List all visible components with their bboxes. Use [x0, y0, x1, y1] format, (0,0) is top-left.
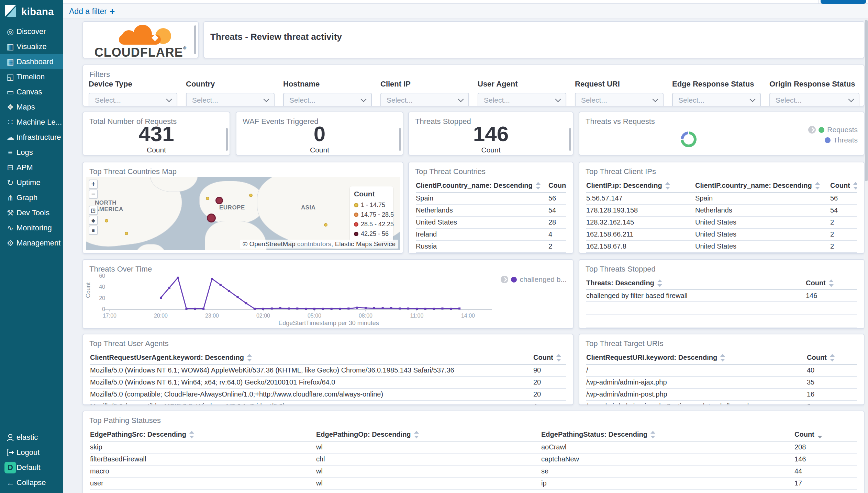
- column-header[interactable]: EdgePathingStatus: Descending: [541, 431, 794, 439]
- map-bubble-us-west[interactable]: [105, 219, 108, 222]
- landmass-south-america: [134, 244, 167, 250]
- column-header[interactable]: ClientIP.country_name: Descending: [695, 182, 830, 190]
- line-chart-legend: challenged b...: [501, 275, 567, 284]
- crop-tool-button[interactable]: ◳: [89, 206, 98, 215]
- table-empty-row: [586, 302, 857, 315]
- map-bubble-russia[interactable]: [249, 194, 253, 197]
- sidebar-item-dev-tools[interactable]: ⚒Dev Tools: [0, 205, 63, 220]
- scrollbar-thumb[interactable]: [865, 20, 868, 181]
- update-button-fragment[interactable]: [821, 0, 866, 4]
- legend-dot: [354, 203, 358, 207]
- legend-item-requests[interactable]: Requests: [808, 125, 858, 134]
- zoom-in-button[interactable]: +: [89, 180, 98, 189]
- sidebar-item-management[interactable]: ⚙Management: [0, 236, 63, 251]
- column-header[interactable]: ClientIP.ip: Descending: [586, 182, 695, 190]
- panel-top-pathing-statuses: Top Pathing Statuses EdgePathingSrc: Des…: [82, 411, 865, 493]
- column-header[interactable]: Count: [807, 354, 857, 362]
- panel-scrollbar[interactable]: [226, 128, 228, 151]
- table-row: Mozilla/5.0 (Windows NT 6.1; Win64; x64;…: [90, 377, 566, 389]
- column-header[interactable]: Count: [794, 431, 857, 439]
- panel-top-threat-countries: Top Threat Countries ClientIP.country_na…: [408, 162, 574, 254]
- legend-expand-icon[interactable]: [808, 126, 816, 134]
- table-row: 128.32.162.145United States2: [586, 217, 857, 229]
- sidebar-item-logout[interactable]: Logout: [0, 445, 63, 460]
- map-bubble-netherlands[interactable]: [215, 197, 223, 204]
- panel-scrollbar[interactable]: [569, 128, 571, 151]
- table-row: /40: [586, 365, 857, 377]
- map-bubble-china[interactable]: [324, 223, 327, 227]
- column-header[interactable]: Count: [533, 354, 566, 362]
- table-row: skipwlaoCrawl208: [90, 442, 857, 454]
- table-row: 5.56.57.147Spain56: [586, 193, 857, 205]
- map-bubble-us-south[interactable]: [125, 232, 128, 235]
- column-header[interactable]: Threats: Descending: [586, 279, 806, 288]
- map-viewport[interactable]: NORTH AMERICA EUROPE ASIA + − ◳ ◆ ■ Coun…: [86, 177, 400, 250]
- sort-icon: [414, 431, 419, 439]
- sidebar-item-dashboard[interactable]: ▦Dashboard: [0, 54, 63, 69]
- panel-scrollbar[interactable]: [194, 25, 196, 54]
- column-header[interactable]: EdgePathingSrc: Descending: [90, 431, 316, 439]
- filter-client-ip: Client IP Select...: [380, 80, 469, 106]
- top-threat-countries-table: ClientIP.country_name: Descending Count …: [416, 180, 566, 253]
- space-badge: D: [4, 462, 16, 473]
- client-ip-select[interactable]: Select...: [380, 93, 469, 106]
- panel-scrollbar[interactable]: [399, 128, 401, 151]
- sidebar-item-timelion[interactable]: ◱Timelion: [0, 69, 63, 84]
- column-header[interactable]: Count: [548, 182, 566, 190]
- edge-response-status-select[interactable]: Select...: [672, 93, 761, 106]
- sort-icon: [853, 182, 857, 190]
- logs-icon: ≡: [4, 148, 16, 157]
- sidebar-item-uptime[interactable]: ↻Uptime: [0, 175, 63, 190]
- metric-label: Count: [236, 146, 403, 154]
- cloudflare-cloud-icon: [101, 25, 180, 45]
- table-row: 162.158.66.211United States2: [586, 229, 857, 241]
- legend-item-threats[interactable]: Threats: [825, 136, 858, 145]
- column-header[interactable]: ClientRequestUserAgent.keyword: Descendi…: [90, 354, 533, 362]
- map-bubble-ireland[interactable]: [206, 197, 209, 200]
- hostname-select[interactable]: Select...: [283, 93, 372, 106]
- bar-chart-icon: ▥: [4, 42, 16, 51]
- sidebar-item-collapse[interactable]: ← Collapse: [0, 475, 63, 490]
- map-bubble-spain[interactable]: [207, 214, 216, 222]
- legend-item-challenged[interactable]: challenged b...: [501, 275, 567, 284]
- threats-vs-requests-donut[interactable]: [681, 131, 697, 147]
- request-uri-select[interactable]: Select...: [575, 93, 664, 106]
- sidebar-item-elastic-user[interactable]: elastic: [0, 430, 63, 445]
- sidebar-item-space-default[interactable]: D Default: [0, 460, 63, 475]
- polygon-tool-button[interactable]: ◆: [89, 216, 98, 225]
- sidebar-item-canvas[interactable]: ▭Canvas: [0, 84, 63, 100]
- user-agent-select[interactable]: Select...: [478, 93, 566, 106]
- sidebar-item-logs[interactable]: ≡Logs: [0, 145, 63, 160]
- legend-expand-icon[interactable]: [501, 276, 508, 283]
- sidebar-item-discover[interactable]: ◎Discover: [0, 24, 63, 39]
- rectangle-tool-button[interactable]: ■: [89, 226, 98, 235]
- map-label-europe: EUROPE: [219, 204, 245, 211]
- table-row: Mozilla/5.0 (compatible; CloudFlare-Alwa…: [90, 389, 566, 401]
- sidebar-item-infrastructure[interactable]: ☁Infrastructure: [0, 130, 63, 145]
- origin-response-status-select[interactable]: Select...: [769, 93, 859, 106]
- zoom-out-button[interactable]: −: [89, 190, 98, 199]
- sidebar-item-visualize[interactable]: ▥Visualize: [0, 39, 63, 54]
- window-scrollbar[interactable]: [865, 19, 868, 493]
- table-row: Ireland4: [416, 229, 566, 241]
- query-bar-remnant: [63, 0, 868, 4]
- panel-top-threat-target-uris: Top Threat Target URIs ClientRequestURI.…: [579, 334, 865, 405]
- threats-legend-dot: [825, 137, 831, 143]
- sidebar-item-maps[interactable]: ❖Maps: [0, 100, 63, 115]
- top-threat-client-ips-table: ClientIP.ip: Descending ClientIP.country…: [586, 180, 857, 253]
- sidebar-item-graph[interactable]: ⋔Graph: [0, 190, 63, 205]
- column-header[interactable]: EdgePathingOp: Descending: [316, 431, 541, 439]
- column-header[interactable]: ClientIP.country_name: Descending: [416, 182, 548, 190]
- sidebar-item-machine-learning[interactable]: ∷Machine Le...: [0, 115, 63, 130]
- column-header[interactable]: Count: [830, 182, 857, 190]
- country-select[interactable]: Select...: [186, 93, 275, 106]
- column-header[interactable]: Count: [806, 279, 857, 288]
- svg-text:11:00: 11:00: [410, 313, 424, 319]
- device-type-select[interactable]: Select...: [89, 93, 177, 106]
- map-attribution[interactable]: © OpenStreetMap contributors, Elastic Ma…: [240, 240, 398, 249]
- add-filter-button[interactable]: Add a filter +: [69, 6, 115, 17]
- sidebar-item-apm[interactable]: ⊟APM: [0, 160, 63, 175]
- sidebar-item-monitoring[interactable]: ∿Monitoring: [0, 220, 63, 236]
- column-header[interactable]: ClientRequestURI.keyword: Descending: [586, 354, 807, 362]
- kibana-logo[interactable]: kibana: [0, 0, 63, 24]
